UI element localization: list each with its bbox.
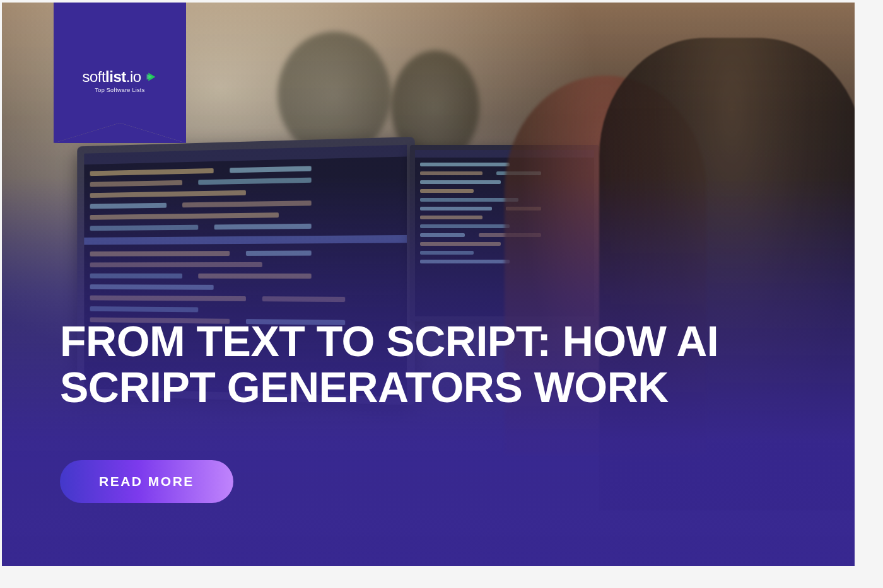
logo-tagline: Top Software Lists: [95, 87, 145, 93]
headline-container: FROM TEXT TO SCRIPT: HOW AI SCRIPT GENER…: [60, 318, 845, 411]
read-more-button[interactable]: READ MORE: [60, 460, 233, 503]
headline-text: FROM TEXT TO SCRIPT: HOW AI SCRIPT GENER…: [60, 318, 845, 411]
logo-brand-text: softlist.io: [82, 68, 141, 86]
hero-banner: softlist.io Top Software Lists FROM TEXT…: [0, 0, 883, 588]
cta-label: READ MORE: [99, 474, 194, 489]
logo-ribbon: softlist.io Top Software Lists: [54, 0, 186, 123]
play-icon: [144, 70, 158, 84]
